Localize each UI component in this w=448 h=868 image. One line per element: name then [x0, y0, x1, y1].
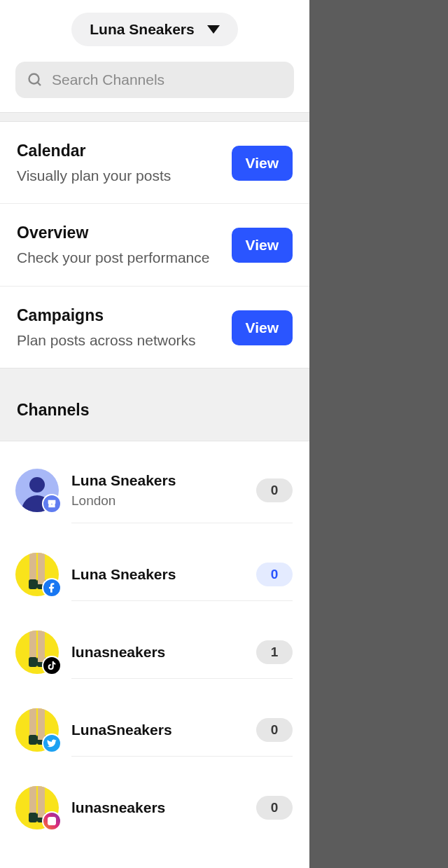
channel-item-instagram[interactable]: lunasneakers 0	[0, 769, 309, 846]
svg-point-3	[50, 820, 54, 823]
avatar	[15, 553, 59, 596]
workspace-name: Luna Sneakers	[90, 21, 194, 38]
tiktok-icon	[42, 656, 62, 675]
section-divider	[0, 112, 309, 122]
dimmed-overlay[interactable]	[309, 0, 448, 868]
count-badge: 0	[256, 718, 293, 742]
view-button[interactable]: View	[232, 146, 293, 181]
view-button[interactable]: View	[232, 310, 293, 345]
view-button[interactable]: View	[232, 228, 293, 263]
channel-name: lunasneakers	[71, 799, 256, 816]
workspace-selector[interactable]: Luna Sneakers	[71, 13, 237, 46]
google-business-icon	[42, 494, 62, 514]
nav-subtitle: Visually plan your posts	[17, 166, 171, 185]
channel-name: Luna Sneakers	[71, 472, 256, 489]
avatar	[15, 708, 59, 752]
twitter-icon	[42, 733, 62, 753]
svg-point-0	[29, 74, 39, 84]
search-icon	[27, 71, 43, 88]
nav-item-campaigns[interactable]: Campaigns Plan posts across networks Vie…	[0, 287, 309, 368]
svg-line-1	[38, 83, 41, 86]
channels-header: Channels	[0, 368, 309, 441]
avatar	[15, 631, 59, 674]
avatar	[15, 786, 59, 829]
nav-item-calendar[interactable]: Calendar Visually plan your posts View	[0, 122, 309, 204]
search-input[interactable]	[52, 71, 283, 88]
count-badge: 0	[256, 796, 293, 820]
channel-list: Luna Sneakers London 0 Luna Sneakers 0	[0, 441, 309, 846]
chevron-down-icon	[207, 25, 220, 34]
count-badge: 0	[256, 478, 293, 502]
svg-point-4	[54, 818, 55, 819]
sidebar: Luna Sneakers Calendar Visually plan you…	[0, 0, 309, 868]
count-badge: 1	[256, 640, 293, 664]
top-area: Luna Sneakers	[0, 0, 309, 112]
channel-item-tiktok[interactable]: lunasneakers 1	[0, 614, 309, 691]
facebook-icon	[42, 578, 62, 598]
avatar	[15, 469, 59, 512]
channel-subtitle: London	[71, 493, 256, 509]
channel-name: lunasneakers	[71, 644, 256, 661]
nav-title: Overview	[17, 223, 209, 242]
search-field[interactable]	[15, 62, 294, 98]
instagram-icon	[42, 811, 62, 831]
channel-name: LunaSneakers	[71, 722, 256, 738]
nav-subtitle: Check your post performance	[17, 248, 209, 267]
channel-item-facebook[interactable]: Luna Sneakers 0	[0, 536, 309, 614]
nav-subtitle: Plan posts across networks	[17, 331, 196, 350]
channel-item-twitter[interactable]: LunaSneakers 0	[0, 691, 309, 769]
channel-name: Luna Sneakers	[71, 566, 256, 583]
nav-title: Calendar	[17, 142, 171, 160]
count-badge: 0	[256, 563, 293, 586]
nav-item-overview[interactable]: Overview Check your post performance Vie…	[0, 204, 309, 286]
nav-list: Calendar Visually plan your posts View O…	[0, 122, 309, 368]
channels-heading: Channels	[17, 401, 293, 420]
nav-title: Campaigns	[17, 306, 196, 325]
channel-item-google-business[interactable]: Luna Sneakers London 0	[0, 441, 309, 536]
